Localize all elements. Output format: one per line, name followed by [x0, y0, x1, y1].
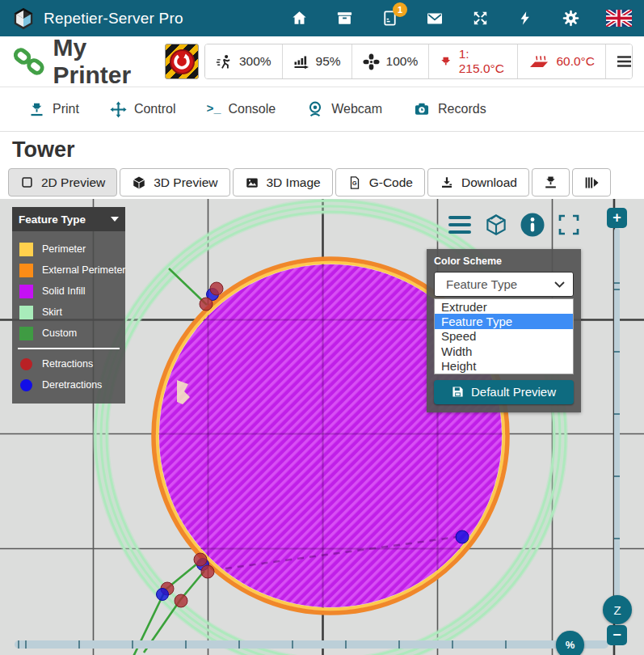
extruder-temp-value: 1: 215.0°C — [459, 47, 507, 76]
solid-infill-label: Solid Infill — [42, 285, 86, 297]
cube-icon — [132, 175, 146, 190]
skirt-label: Skirt — [42, 306, 62, 318]
extruder-temp-button[interactable]: 1: 215.0°C — [428, 44, 517, 78]
flow-button[interactable]: 95% — [282, 44, 351, 78]
legend-item: Skirt — [12, 302, 125, 323]
3d-preview-button[interactable]: 3D Preview — [120, 168, 229, 196]
app-title: Repetier-Server Pro — [44, 10, 183, 27]
gear-icon[interactable] — [560, 8, 581, 29]
color-scheme-select[interactable]: Feature Type — [434, 272, 574, 297]
emergency-stop-button[interactable] — [165, 44, 199, 79]
3d-preview-label: 3D Preview — [154, 175, 217, 190]
legend-title: Feature Type — [19, 213, 111, 226]
runner-icon — [216, 53, 233, 70]
legend-header[interactable]: Feature Type — [12, 207, 125, 231]
color-scheme-selected: Feature Type — [446, 277, 554, 291]
deretractions-marker — [20, 379, 32, 391]
legend-item: External Perimeter — [12, 260, 125, 281]
legend-item: Deretractions — [12, 374, 125, 395]
print-queue-icon[interactable]: 1 — [379, 8, 400, 29]
gcode-file-icon: G — [347, 175, 362, 190]
gcode-label: G-Code — [369, 175, 413, 190]
layer-slider-track[interactable] — [614, 228, 620, 608]
printer-name: My Printer — [53, 34, 166, 89]
tab-webcam[interactable]: Webcam — [306, 100, 382, 118]
print-nozzle-icon — [543, 175, 558, 190]
gcode-button[interactable]: G G-Code — [335, 168, 425, 196]
default-preview-button[interactable]: Default Preview — [434, 380, 574, 404]
flow-icon — [293, 53, 309, 70]
retraction-dot — [175, 594, 187, 607]
flow-value: 95% — [316, 54, 341, 69]
option-extruder[interactable]: Extruder — [435, 299, 573, 314]
zoom-out-button[interactable]: − — [607, 625, 627, 645]
tab-webcam-label: Webcam — [331, 102, 382, 116]
move-cross-icon — [110, 101, 127, 118]
preview-canvas[interactable]: Feature Type Perimeter External Perimete… — [0, 199, 644, 655]
console-icon: >_ — [206, 103, 221, 116]
option-feature-type[interactable]: Feature Type — [435, 314, 573, 328]
2d-preview-button[interactable]: 2D Preview — [8, 168, 117, 196]
bed-temp-value: 60.0°C — [556, 54, 595, 69]
option-height[interactable]: Height — [435, 359, 573, 374]
print-file-button[interactable] — [532, 168, 570, 196]
preview-toolbar — [446, 211, 583, 239]
tab-records[interactable]: Records — [413, 100, 486, 118]
printer-menu-button[interactable] — [605, 44, 633, 78]
retraction-dot — [200, 298, 213, 311]
tab-console-label: Console — [229, 102, 276, 116]
2d-preview-label: 2D Preview — [41, 175, 105, 190]
archive-icon[interactable] — [334, 8, 355, 29]
language-flag-icon[interactable] — [605, 8, 633, 29]
z-layer-handle[interactable]: Z — [603, 595, 632, 624]
extruder-icon — [440, 54, 452, 70]
external-perimeter-label: External Perimeter — [42, 264, 126, 276]
legend-item: Retractions — [12, 353, 125, 374]
repetier-logo-icon[interactable] — [11, 6, 36, 31]
bolt-icon[interactable] — [515, 8, 536, 29]
notification-badge: 1 — [393, 2, 407, 17]
fan-value: 100% — [386, 54, 419, 69]
tab-print[interactable]: Print — [28, 101, 79, 118]
deretraction-dot — [456, 530, 469, 543]
download-icon — [440, 175, 454, 190]
3d-image-button[interactable]: 3D Image — [233, 168, 333, 196]
fan-button[interactable]: 100% — [351, 44, 429, 78]
webcam-icon — [306, 100, 324, 118]
expand-icon[interactable] — [469, 8, 490, 29]
preview-mode-buttons: 2D Preview 3D Preview 3D Image G G-Code … — [8, 168, 644, 196]
records-camera-icon — [413, 100, 431, 118]
preview-menu-icon[interactable] — [446, 211, 474, 239]
external-perimeter-swatch — [19, 264, 33, 277]
zoom-in-button[interactable]: + — [607, 208, 627, 228]
printer-tabs: Print Control >_ Console Webcam Records — [0, 87, 644, 132]
percent-handle[interactable]: % — [556, 631, 584, 655]
speed-button[interactable]: 300% — [205, 44, 282, 78]
fullscreen-icon[interactable] — [555, 211, 583, 239]
perimeter-swatch — [19, 243, 33, 256]
tab-control[interactable]: Control — [110, 101, 176, 118]
retraction-dot — [194, 553, 207, 566]
progress-slider-track[interactable] — [15, 640, 608, 649]
retraction-dot — [210, 282, 223, 295]
home-icon[interactable] — [288, 8, 309, 29]
mail-icon[interactable] — [424, 8, 445, 29]
top-navbar: Repetier-Server Pro 1 — [0, 0, 644, 36]
skirt-swatch — [19, 306, 33, 319]
continue-print-button[interactable] — [572, 168, 611, 196]
custom-label: Custom — [42, 328, 77, 339]
printer-header: My Printer 300% 95% — [0, 36, 644, 87]
download-button[interactable]: Download — [427, 168, 529, 196]
option-speed[interactable]: Speed — [435, 329, 573, 344]
option-width[interactable]: Width — [435, 344, 573, 358]
bed-temp-button[interactable]: 60.0°C — [517, 44, 605, 78]
info-icon[interactable] — [519, 211, 546, 239]
perimeter-label: Perimeter — [42, 243, 86, 255]
tab-print-label: Print — [53, 102, 79, 116]
retraction-dot — [201, 565, 214, 578]
caret-down-icon — [111, 217, 119, 222]
tab-records-label: Records — [438, 102, 486, 116]
3d-box-icon[interactable] — [482, 211, 510, 239]
retractions-marker — [20, 358, 32, 370]
tab-console[interactable]: >_ Console — [206, 102, 276, 116]
